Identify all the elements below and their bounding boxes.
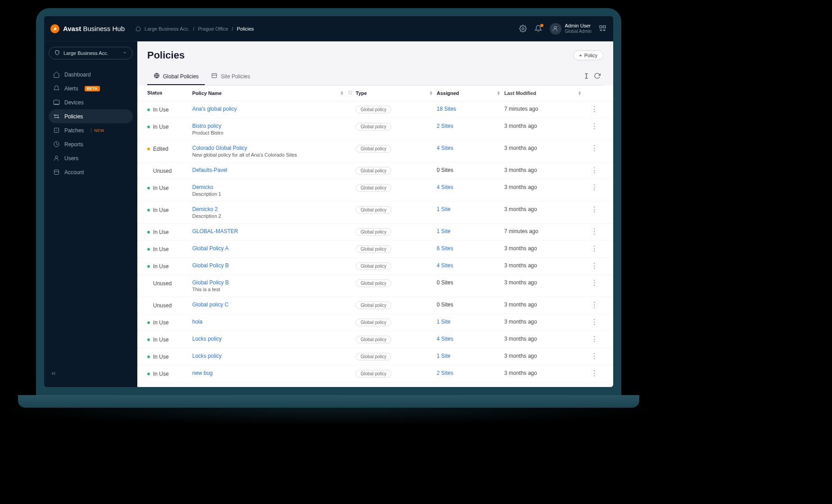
sort-icon[interactable]: ▲▼	[497, 91, 504, 95]
col-name[interactable]: Policy Name ▲▼	[192, 90, 356, 96]
type-pill: Global policy	[356, 370, 391, 378]
svg-point-1	[554, 27, 556, 29]
col-type[interactable]: Type ▲▼	[356, 90, 437, 96]
cell-status: In Use	[147, 123, 192, 130]
cell-name: Colorado Global PolicyNew global policy …	[192, 145, 356, 158]
cell-actions: ⋮	[585, 245, 603, 252]
account-icon	[53, 169, 60, 176]
svg-rect-13	[54, 170, 59, 175]
policy-name-link[interactable]: Locks policy	[192, 353, 222, 359]
sidebar-item-account[interactable]: Account	[49, 165, 133, 179]
cell-type: Global policy	[356, 262, 437, 270]
cell-name: Locks policy	[192, 336, 356, 342]
tab-global-policies[interactable]: Global Policies	[147, 68, 205, 85]
assigned-link[interactable]: 4 Sites	[437, 262, 453, 269]
assigned-link[interactable]: 6 Sites	[437, 245, 453, 252]
policy-name-link[interactable]: Global Policy B	[192, 262, 229, 269]
policy-name-link[interactable]: Locks policy	[192, 336, 222, 342]
kebab-menu-icon[interactable]: ⋮	[591, 279, 598, 287]
col-status[interactable]: Status	[147, 90, 192, 96]
brand-logo[interactable]: Avast Business Hub	[50, 24, 125, 33]
svg-point-0	[522, 27, 524, 29]
assigned-link[interactable]: 4 Sites	[437, 336, 453, 342]
cell-modified: 3 months ago	[504, 370, 585, 376]
col-modified[interactable]: Last Modified ▲▼	[504, 90, 585, 96]
breadcrumb-home[interactable]: Large Business Acc.	[145, 26, 190, 32]
assigned-link[interactable]: 1 Site	[437, 206, 451, 212]
policy-name-link[interactable]: Global policy C	[192, 302, 229, 308]
refresh-icon[interactable]	[594, 72, 601, 81]
sidebar-item-devices[interactable]: Devices	[49, 95, 133, 109]
col-assigned[interactable]: Assigned ▲▼	[437, 90, 504, 96]
kebab-menu-icon[interactable]: ⋮	[591, 262, 598, 270]
add-policy-button[interactable]: + Policy	[573, 50, 603, 60]
tab-label: Site Policies	[221, 73, 250, 80]
policy-name-link[interactable]: Demicko	[192, 184, 213, 190]
assigned-link[interactable]: 4 Sites	[437, 145, 453, 151]
user-menu[interactable]: Admin User Global Admin	[550, 23, 592, 35]
assigned-link[interactable]: 1 Site	[437, 228, 451, 234]
kebab-menu-icon[interactable]: ⋮	[591, 387, 598, 387]
sidebar-item-alerts[interactable]: AlertsBETA	[49, 81, 133, 95]
kebab-menu-icon[interactable]: ⋮	[591, 369, 598, 377]
type-pill: Global policy	[356, 302, 391, 309]
policies-icon	[53, 113, 60, 120]
app-window: Avast Business Hub Large Business Acc. /…	[44, 16, 613, 387]
policy-name-link[interactable]: Bistro policy	[192, 123, 222, 129]
assigned-link[interactable]: 1 Site	[437, 319, 451, 325]
kebab-menu-icon[interactable]: ⋮	[591, 105, 598, 113]
assigned-link[interactable]: 1 Site	[437, 353, 451, 359]
policy-name-link[interactable]: Global Policy A	[192, 245, 229, 252]
policy-name-link[interactable]: Defaults-Pavel	[192, 167, 227, 173]
kebab-menu-icon[interactable]: ⋮	[591, 245, 598, 252]
policy-name-link[interactable]: GLOBAL-MASTER	[192, 228, 238, 234]
kebab-menu-icon[interactable]: ⋮	[591, 122, 598, 130]
cell-status: In Use	[147, 245, 192, 252]
cell-type: Global policy	[356, 370, 437, 378]
assigned-link[interactable]: 2 Sites	[437, 370, 453, 376]
rename-icon[interactable]: I	[584, 72, 588, 81]
policy-name-link[interactable]: Colorado Global Policy	[192, 145, 247, 151]
sidebar-item-dashboard[interactable]: Dashboard	[49, 68, 133, 81]
sort-icon[interactable]: ▲▼	[340, 91, 348, 95]
policy-name-link[interactable]: hola	[192, 319, 203, 325]
status-dot	[147, 187, 150, 189]
assigned-link[interactable]: 4 Sites	[437, 184, 453, 190]
notifications-icon[interactable]	[534, 25, 543, 33]
kebab-menu-icon[interactable]: ⋮	[591, 144, 598, 152]
breadcrumb-mid[interactable]: Prague Office	[198, 26, 228, 32]
sidebar-item-policies[interactable]: Policies	[49, 109, 133, 123]
sort-icon[interactable]: ▲▼	[429, 91, 437, 95]
kebab-menu-icon[interactable]: ⋮	[591, 206, 598, 213]
settings-icon[interactable]	[519, 25, 527, 33]
assigned-link[interactable]: 18 Sites	[437, 106, 456, 112]
kebab-menu-icon[interactable]: ⋮	[591, 166, 598, 174]
sidebar-item-patches[interactable]: PatchesNEW	[49, 123, 133, 137]
policy-name-link[interactable]: Global Policy B	[192, 279, 229, 286]
policy-name-link[interactable]: Demicko 2	[192, 206, 218, 212]
sort-icon[interactable]: ▲▼	[578, 91, 585, 95]
policy-description: Product Bistro	[192, 130, 356, 135]
kebab-menu-icon[interactable]: ⋮	[591, 228, 598, 235]
assigned-link[interactable]: 2 Sites	[437, 123, 453, 129]
kebab-menu-icon[interactable]: ⋮	[591, 352, 598, 360]
app-switcher-icon[interactable]	[599, 25, 607, 33]
policy-name-link[interactable]: Ana's global policy	[192, 106, 237, 112]
cell-modified: 3 months ago	[504, 279, 585, 286]
cell-actions: ⋮	[585, 167, 603, 174]
sidebar-item-reports[interactable]: Reports	[49, 137, 133, 151]
collapse-sidebar-icon[interactable]	[50, 370, 57, 378]
cell-status: In Use	[147, 262, 192, 270]
kebab-menu-icon[interactable]: ⋮	[591, 335, 598, 343]
cell-name: Global Policy A	[192, 245, 356, 252]
sidebar-item-users[interactable]: Users	[49, 151, 133, 165]
app-header: Avast Business Hub Large Business Acc. /…	[44, 16, 613, 41]
account-selector[interactable]: Large Business Acc.	[49, 47, 133, 59]
table-row: UnusedGlobal policy CGlobal policy0 Site…	[137, 297, 613, 314]
search-icon[interactable]	[348, 90, 353, 96]
tab-site-policies[interactable]: Site Policies	[205, 68, 256, 85]
kebab-menu-icon[interactable]: ⋮	[591, 318, 598, 326]
kebab-menu-icon[interactable]: ⋮	[591, 301, 598, 309]
policy-name-link[interactable]: new bug	[192, 370, 213, 376]
kebab-menu-icon[interactable]: ⋮	[591, 184, 598, 191]
